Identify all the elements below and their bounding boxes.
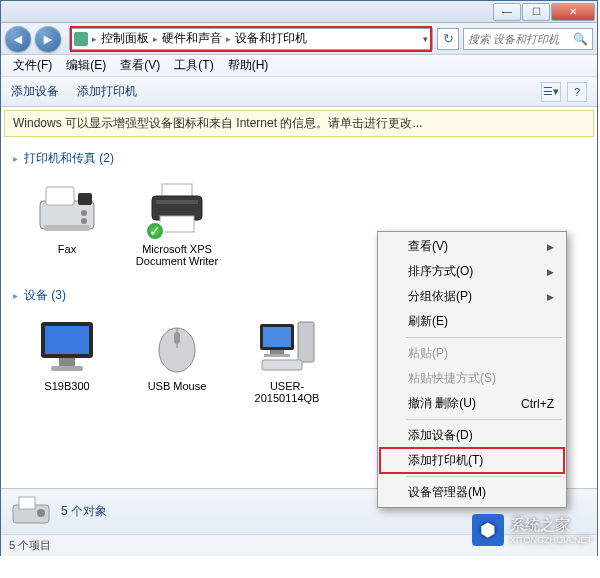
separator bbox=[406, 419, 562, 420]
toolbar-right: ☰▾ ? bbox=[541, 82, 587, 102]
chevron-right-icon: ▶ bbox=[547, 267, 554, 277]
breadcrumb-item[interactable]: 硬件和声音 bbox=[162, 30, 222, 47]
search-input[interactable] bbox=[468, 33, 569, 45]
svg-rect-9 bbox=[156, 200, 198, 204]
svg-rect-22 bbox=[262, 360, 302, 370]
minimize-button[interactable]: — bbox=[493, 3, 521, 21]
refresh-button[interactable]: ↻ bbox=[437, 28, 459, 50]
breadcrumb[interactable]: ▸ 控制面板 ▸ 硬件和声音 ▸ 设备和打印机 ▾ bbox=[69, 28, 433, 50]
search-box[interactable]: 🔍 bbox=[463, 28, 593, 50]
ctx-paste: 粘贴(P) bbox=[380, 341, 564, 366]
context-menu: 查看(V)▶ 排序方式(O)▶ 分组依据(P)▶ 刷新(E) 粘贴(P) 粘贴快… bbox=[377, 231, 567, 508]
window: — ☐ ✕ ◄ ► ▸ 控制面板 ▸ 硬件和声音 ▸ 设备和打印机 ▾ ↻ 🔍 … bbox=[0, 0, 598, 556]
svg-rect-19 bbox=[270, 350, 284, 354]
svg-rect-1 bbox=[46, 187, 74, 205]
status-text: 5 个项目 bbox=[9, 538, 51, 553]
svg-rect-18 bbox=[263, 327, 291, 347]
svg-rect-21 bbox=[298, 322, 314, 362]
computer-icon bbox=[253, 316, 321, 376]
svg-rect-11 bbox=[45, 326, 89, 354]
titlebar: — ☐ ✕ bbox=[1, 1, 597, 23]
ctx-add-device[interactable]: 添加设备(D) bbox=[380, 423, 564, 448]
svg-point-25 bbox=[37, 509, 45, 517]
breadcrumb-item[interactable]: 控制面板 bbox=[101, 30, 149, 47]
svg-point-5 bbox=[81, 218, 87, 224]
chevron-right-icon: ▸ bbox=[92, 34, 97, 44]
info-bar-text: Windows 可以显示增强型设备图标和来自 Internet 的信息。请单击进… bbox=[13, 115, 422, 132]
details-count: 5 个对象 bbox=[61, 503, 107, 520]
back-button[interactable]: ◄ bbox=[5, 26, 31, 52]
menu-view[interactable]: 查看(V) bbox=[114, 55, 166, 76]
watermark-logo-icon: ⬢ bbox=[472, 514, 504, 546]
menubar: 文件(F) 编辑(E) 查看(V) 工具(T) 帮助(H) bbox=[1, 55, 597, 77]
separator bbox=[406, 337, 562, 338]
device-mouse[interactable]: USB Mouse bbox=[131, 316, 223, 404]
device-fax[interactable]: Fax bbox=[21, 179, 113, 267]
view-options-button[interactable]: ☰▾ bbox=[541, 82, 561, 102]
maximize-button[interactable]: ☐ bbox=[522, 3, 550, 21]
ctx-sort[interactable]: 排序方式(O)▶ bbox=[380, 259, 564, 284]
svg-rect-13 bbox=[51, 366, 83, 371]
shortcut-key: Ctrl+Z bbox=[521, 397, 554, 411]
menu-tools[interactable]: 工具(T) bbox=[168, 55, 219, 76]
toolbar-add-printer[interactable]: 添加打印机 bbox=[77, 83, 137, 100]
navigation-bar: ◄ ► ▸ 控制面板 ▸ 硬件和声音 ▸ 设备和打印机 ▾ ↻ 🔍 bbox=[1, 23, 597, 55]
ctx-device-manager[interactable]: 设备管理器(M) bbox=[380, 480, 564, 505]
svg-rect-16 bbox=[174, 332, 180, 344]
info-bar[interactable]: Windows 可以显示增强型设备图标和来自 Internet 的信息。请单击进… bbox=[4, 110, 594, 137]
device-label: S19B300 bbox=[21, 380, 113, 392]
ctx-refresh[interactable]: 刷新(E) bbox=[380, 309, 564, 334]
help-button[interactable]: ? bbox=[567, 82, 587, 102]
search-icon: 🔍 bbox=[573, 32, 588, 46]
menu-help[interactable]: 帮助(H) bbox=[222, 55, 275, 76]
watermark-text: 系统之家 bbox=[510, 516, 592, 535]
watermark: ⬢ 系统之家 XITONGZHIJIA.NET bbox=[472, 514, 592, 546]
svg-rect-8 bbox=[160, 216, 194, 232]
ctx-undo-delete[interactable]: 撤消 删除(U)Ctrl+Z bbox=[380, 391, 564, 416]
chevron-right-icon: ▸ bbox=[226, 34, 231, 44]
group-header-printers[interactable]: 打印机和传真 (2) bbox=[13, 146, 585, 173]
forward-button[interactable]: ► bbox=[35, 26, 61, 52]
chevron-right-icon: ▶ bbox=[547, 292, 554, 302]
printer-icon: ✓ bbox=[143, 179, 211, 239]
toolbar: 添加设备 添加打印机 ☰▾ ? bbox=[1, 77, 597, 107]
default-checkmark-icon: ✓ bbox=[145, 221, 165, 241]
monitor-icon bbox=[33, 316, 101, 376]
device-computer[interactable]: USER-20150114QB bbox=[241, 316, 333, 404]
device-label: Fax bbox=[21, 243, 113, 255]
close-button[interactable]: ✕ bbox=[551, 3, 595, 21]
svg-rect-20 bbox=[264, 354, 290, 357]
device-label: USER-20150114QB bbox=[241, 380, 333, 404]
svg-rect-12 bbox=[59, 358, 75, 366]
mouse-icon bbox=[143, 316, 211, 376]
watermark-url: XITONGZHIJIA.NET bbox=[510, 535, 592, 545]
svg-rect-3 bbox=[44, 225, 90, 231]
ctx-group[interactable]: 分组依据(P)▶ bbox=[380, 284, 564, 309]
device-label: USB Mouse bbox=[131, 380, 223, 392]
chevron-right-icon: ▸ bbox=[153, 34, 158, 44]
toolbar-add-device[interactable]: 添加设备 bbox=[11, 83, 59, 100]
chevron-down-icon[interactable]: ▾ bbox=[423, 34, 428, 44]
chevron-right-icon: ▶ bbox=[547, 242, 554, 252]
ctx-view[interactable]: 查看(V)▶ bbox=[380, 234, 564, 259]
fax-icon bbox=[33, 179, 101, 239]
svg-rect-24 bbox=[19, 497, 35, 509]
breadcrumb-item[interactable]: 设备和打印机 bbox=[235, 30, 307, 47]
device-xps-writer[interactable]: ✓ Microsoft XPS Document Writer bbox=[131, 179, 223, 267]
separator bbox=[406, 476, 562, 477]
ctx-add-printer[interactable]: 添加打印机(T) bbox=[379, 447, 565, 474]
device-monitor[interactable]: S19B300 bbox=[21, 316, 113, 404]
location-icon bbox=[74, 32, 88, 46]
device-label: Microsoft XPS Document Writer bbox=[131, 243, 223, 267]
menu-file[interactable]: 文件(F) bbox=[7, 55, 58, 76]
svg-rect-2 bbox=[78, 193, 92, 205]
ctx-paste-shortcut: 粘贴快捷方式(S) bbox=[380, 366, 564, 391]
details-icon bbox=[11, 495, 51, 529]
svg-point-4 bbox=[81, 210, 87, 216]
menu-edit[interactable]: 编辑(E) bbox=[60, 55, 112, 76]
